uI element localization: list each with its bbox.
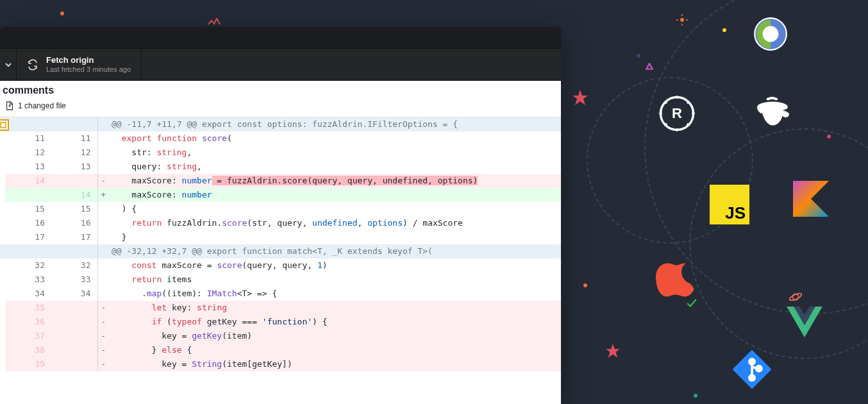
svg-rect-25 [1,122,6,128]
line-number-old: 14 [5,174,51,188]
kotlin-icon [793,181,829,217]
line-number-new: 16 [51,216,97,230]
dot-icon [60,12,64,15]
diff-row[interactable]: 1313 query: string, [0,160,561,174]
diff-panel: comments 1 changed file @@ -11,7 +11,7 @… [0,81,561,404]
toolbar-spacer [142,49,561,80]
line-number-new: 17 [51,230,97,244]
line-number-new: 14 [51,188,97,202]
code-cell: } else { [109,343,561,357]
code-cell: maxScore: number [109,188,561,202]
line-number-new: 11 [51,131,97,146]
code-cell: @@ -32,12 +32,7 @@ export function match… [109,244,561,258]
fetch-origin-text: Fetch origin Last fetched 3 minutes ago [46,55,131,74]
diff-row[interactable]: @@ -32,12 +32,7 @@ export function match… [0,244,561,258]
line-number-new [51,301,97,315]
diff-row[interactable]: 38- } else { [0,343,561,357]
diff-sign: - [97,357,109,371]
line-number-old: 33 [5,273,51,287]
line-number-new: 15 [51,202,97,216]
code-cell: return items [109,273,561,287]
javascript-icon: JS [710,185,749,224]
svg-point-10 [676,96,679,99]
gutter [0,188,5,202]
sync-icon [27,59,38,71]
fetch-origin-button[interactable]: Fetch origin Last fetched 3 minutes ago [17,49,142,80]
line-number-new: 32 [51,258,97,273]
expand-hunk-button[interactable] [0,119,9,131]
diff-row[interactable]: 36- if (typeof getKey === 'function') { [0,315,561,329]
diff-row[interactable]: 3232 const maxScore = score(query, query… [0,258,561,273]
code-cell: if (typeof getKey === 'function') { [109,315,561,329]
diff-row[interactable]: 3434 .map((item): IMatch<T> => { [0,287,561,301]
line-number-new [51,329,97,343]
diff-row[interactable]: @@ -11,7 +11,7 @@ export const options: … [0,117,561,131]
gutter [0,160,5,174]
gutter [0,146,5,160]
diff-sign [97,230,109,244]
line-number-old: 13 [5,160,51,174]
diff-sign: - [97,329,109,343]
js-label: JS [725,203,746,223]
gutter [0,357,5,371]
svg-point-0 [680,18,684,22]
svg-text:R: R [672,105,682,121]
fetch-title: Fetch origin [46,55,131,65]
gutter [0,230,5,244]
svg-point-22 [749,375,755,380]
gutter [0,273,5,287]
diff-row[interactable]: 1212 str: string, [0,146,561,160]
fetch-subtitle: Last fetched 3 minutes ago [46,65,131,74]
diff-sign [97,146,109,160]
line-number-new: 33 [51,273,97,287]
code-cell: key = String(item[getKey]) [109,357,561,371]
clojure-icon [753,17,788,51]
diff-row[interactable]: 3333 return items [0,273,561,287]
code-cell: export function score( [109,131,561,146]
page-title: comments [3,85,556,96]
line-number-old: 12 [5,146,51,160]
gutter [0,315,5,329]
gutter [0,287,5,301]
window-titlebar[interactable] [0,27,561,49]
diff-row[interactable]: 14- maxScore: number = fuzzAldrin.score(… [0,174,561,188]
svg-point-15 [687,101,690,104]
gutter [0,131,5,146]
diff-row[interactable]: 14+ maxScore: number [0,188,561,202]
diff-sign: + [97,188,109,202]
diff-row[interactable]: 1111 export function score( [0,131,561,146]
gutter [0,329,5,343]
line-number-new: 12 [51,146,97,160]
line-number-new: 34 [51,287,97,301]
diff-row[interactable]: 37- key = getKey(item) [0,329,561,343]
diff-sign: - [97,315,109,329]
line-number-old [5,117,51,131]
dot-icon [637,54,640,58]
rust-icon: R [658,95,696,132]
svg-point-14 [664,101,667,104]
gutter [0,216,5,230]
diff-sign [97,117,109,131]
line-number-old: 38 [5,343,51,357]
line-number-old: 36 [5,315,51,329]
diff-row[interactable]: 1616 return fuzzAldrin.score(str, query,… [0,216,561,230]
diff-row[interactable]: 1515 ) { [0,202,561,216]
code-cell: query: string, [109,160,561,174]
back-dropdown-button[interactable] [0,49,17,80]
spark-icon [208,18,221,27]
changed-files-link[interactable]: 1 changed file [0,97,561,117]
diff-sign: - [97,174,109,188]
line-number-old: 11 [5,131,51,146]
gutter [0,174,5,188]
diff-sign [97,244,109,258]
gutter [0,117,5,131]
diff-row[interactable]: 1717 } [0,230,561,244]
svg-point-17 [687,123,690,126]
svg-point-12 [659,112,662,115]
gutter [0,343,5,357]
diff-row[interactable]: 35- let key: string [0,301,561,315]
diff-row[interactable]: 39- key = String(item[getKey]) [0,357,561,371]
svg-point-21 [749,359,755,364]
line-number-new [51,117,97,131]
line-number-new [51,315,97,329]
